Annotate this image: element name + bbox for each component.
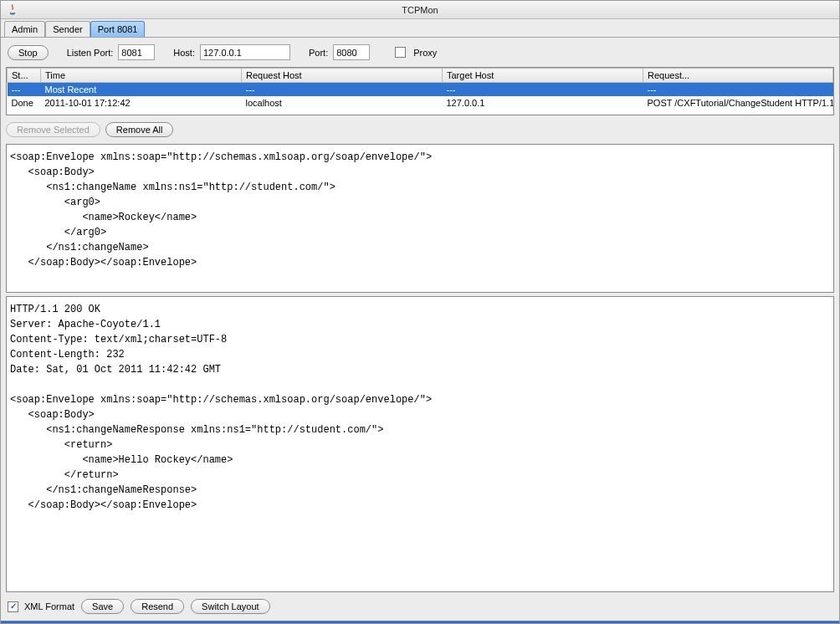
- cell-state: ---: [8, 83, 41, 97]
- cell-request: POST /CXFTutorial/ChangeStudent HTTP/1.1: [643, 96, 833, 110]
- tab-admin[interactable]: Admin: [4, 21, 45, 37]
- xml-format-checkbox[interactable]: [8, 601, 18, 612]
- table-header-row: St... Time Request Host Target Host Requ…: [8, 69, 833, 83]
- app-window: TCPMon Admin Sender Port 8081 Stop Liste…: [0, 0, 840, 624]
- cell-time: 2011-10-01 17:12:42: [41, 96, 242, 110]
- remove-selected-button[interactable]: Remove Selected: [6, 122, 100, 137]
- tab-content: Stop Listen Port: Host: Port: Proxy: [1, 37, 839, 621]
- listen-port-label: Listen Port:: [67, 48, 114, 58]
- listen-port-input[interactable]: [118, 44, 155, 60]
- port-label: Port:: [309, 48, 328, 58]
- table-row[interactable]: --- Most Recent --- --- ---: [8, 83, 833, 97]
- port-input[interactable]: [333, 44, 370, 60]
- xml-format-label: XML Format: [24, 601, 74, 611]
- proxy-label: Proxy: [413, 48, 437, 58]
- cell-time: Most Recent: [41, 83, 242, 97]
- window-title: TCPMon: [1, 5, 839, 15]
- cell-request-host: ---: [242, 83, 443, 97]
- switch-layout-button[interactable]: Switch Layout: [191, 599, 269, 614]
- host-label: Host:: [173, 48, 195, 58]
- cell-target-host: ---: [443, 83, 643, 97]
- host-input[interactable]: [200, 44, 290, 60]
- col-request-host[interactable]: Request Host: [242, 69, 443, 83]
- col-state[interactable]: St...: [8, 69, 41, 83]
- footer-accent: [1, 621, 839, 623]
- titlebar: TCPMon: [1, 1, 839, 19]
- bottom-toolbar: XML Format Save Resend Switch Layout: [6, 596, 834, 617]
- cell-state: Done: [8, 96, 41, 110]
- col-time[interactable]: Time: [41, 69, 242, 83]
- proxy-checkbox[interactable]: [395, 47, 406, 58]
- cell-request: ---: [643, 83, 833, 97]
- connections-table[interactable]: St... Time Request Host Target Host Requ…: [6, 67, 834, 115]
- top-toolbar: Stop Listen Port: Host: Port: Proxy: [6, 43, 834, 64]
- resend-button[interactable]: Resend: [131, 599, 184, 614]
- cell-request-host: localhost: [242, 96, 443, 110]
- col-target-host[interactable]: Target Host: [443, 69, 643, 83]
- table-row[interactable]: Done 2011-10-01 17:12:42 localhost 127.0…: [8, 96, 833, 110]
- cell-target-host: 127.0.0.1: [443, 96, 643, 110]
- java-icon: [6, 3, 19, 17]
- save-button[interactable]: Save: [81, 599, 124, 614]
- remove-all-button[interactable]: Remove All: [105, 122, 174, 137]
- stop-button[interactable]: Stop: [8, 45, 49, 60]
- mid-button-row: Remove Selected Remove All: [6, 119, 834, 141]
- response-textarea[interactable]: HTTP/1.1 200 OK Server: Apache-Coyote/1.…: [6, 296, 834, 592]
- tab-port-8081[interactable]: Port 8081: [90, 21, 146, 37]
- tab-bar: Admin Sender Port 8081: [1, 19, 839, 37]
- tab-sender[interactable]: Sender: [45, 21, 90, 37]
- col-request[interactable]: Request...: [643, 69, 833, 83]
- request-textarea[interactable]: <soap:Envelope xmlns:soap="http://schema…: [6, 144, 834, 293]
